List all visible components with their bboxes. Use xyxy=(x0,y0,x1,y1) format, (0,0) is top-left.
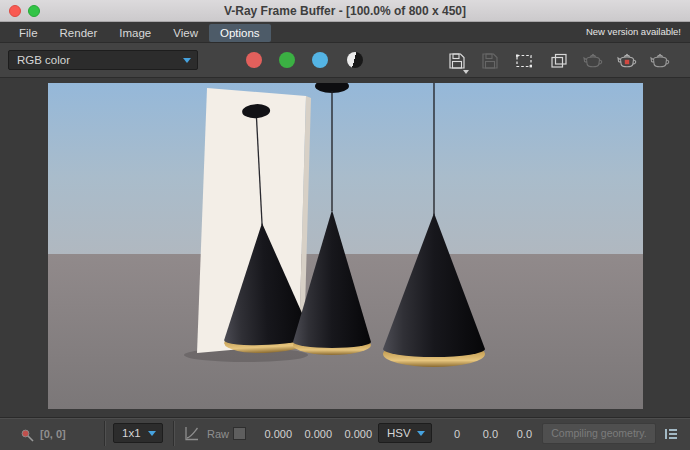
hsv-value-h: 0 xyxy=(440,428,460,440)
color-space-value: HSV xyxy=(387,427,411,439)
mono-channel-button[interactable] xyxy=(347,52,363,68)
window-title: V-Ray Frame Buffer - [100.0% of 800 x 45… xyxy=(0,0,690,22)
status-message: Compiling geometry. xyxy=(542,423,656,444)
statusbar: [0, 0] 1x1 Raw 0.000 0.000 0.000 HSV 0 0… xyxy=(0,417,690,450)
stop-render-teapot-icon xyxy=(617,51,637,71)
dropdown-arrow-icon xyxy=(183,58,191,63)
save-all-icon xyxy=(480,51,500,71)
region-render-button[interactable] xyxy=(513,50,535,71)
titlebar: V-Ray Frame Buffer - [100.0% of 800 x 45… xyxy=(0,0,690,22)
viewport xyxy=(0,78,690,417)
stop-render-button[interactable] xyxy=(616,50,638,71)
menu-view[interactable]: View xyxy=(162,24,209,42)
raw-value-r: 0.000 xyxy=(254,428,292,440)
blue-channel-button[interactable] xyxy=(312,52,328,68)
duplicate-window-icon xyxy=(549,51,569,71)
pixel-coordinates: [0, 0] xyxy=(40,428,66,440)
red-channel-button[interactable] xyxy=(246,52,262,68)
hsv-value-s: 0.0 xyxy=(468,428,498,440)
traffic-lights xyxy=(9,5,40,17)
corrections-panel-icon[interactable] xyxy=(662,425,680,443)
render-last-button[interactable] xyxy=(582,50,604,71)
pixel-probe-icon[interactable] xyxy=(20,426,36,442)
curve-icon[interactable] xyxy=(183,425,200,442)
raw-swatch[interactable] xyxy=(233,427,246,440)
menu-render[interactable]: Render xyxy=(49,24,109,42)
raw-value-b: 0.000 xyxy=(334,428,372,440)
green-channel-button[interactable] xyxy=(279,52,295,68)
save-all-button[interactable] xyxy=(479,50,501,71)
hsv-value-v: 0.0 xyxy=(502,428,532,440)
toolbar: RGB color xyxy=(0,43,690,78)
menu-file[interactable]: File xyxy=(8,24,49,42)
separator xyxy=(173,421,174,446)
render-teapot-icon xyxy=(650,51,670,71)
render-image[interactable] xyxy=(48,83,643,409)
zoom-dropdown[interactable]: 1x1 xyxy=(113,423,163,443)
new-version-notice[interactable]: New version available! xyxy=(586,26,681,37)
render-button[interactable] xyxy=(649,50,671,71)
dropdown-arrow-icon xyxy=(417,431,425,436)
channel-dropdown-value: RGB color xyxy=(17,54,70,66)
zoom-value: 1x1 xyxy=(122,427,141,439)
save-options-arrow-icon[interactable] xyxy=(463,70,469,74)
close-button[interactable] xyxy=(9,5,21,17)
sky xyxy=(48,83,643,254)
save-icon xyxy=(447,51,467,71)
zoom-button[interactable] xyxy=(28,5,40,17)
menubar: File Render Image View Options New versi… xyxy=(0,22,690,43)
dropdown-arrow-icon xyxy=(148,431,156,436)
menu-image[interactable]: Image xyxy=(108,24,162,42)
menu-options[interactable]: Options xyxy=(209,24,271,42)
raw-value-g: 0.000 xyxy=(294,428,332,440)
vfb-window: V-Ray Frame Buffer - [100.0% of 800 x 45… xyxy=(0,0,690,450)
region-render-icon xyxy=(514,51,534,71)
duplicate-to-host-button[interactable] xyxy=(548,50,570,71)
color-space-dropdown[interactable]: HSV xyxy=(378,423,432,443)
separator xyxy=(104,421,105,446)
raw-label: Raw xyxy=(207,428,229,440)
channel-dropdown[interactable]: RGB color xyxy=(8,50,198,70)
render-last-teapot-icon xyxy=(583,51,603,71)
save-image-button[interactable] xyxy=(446,50,468,71)
